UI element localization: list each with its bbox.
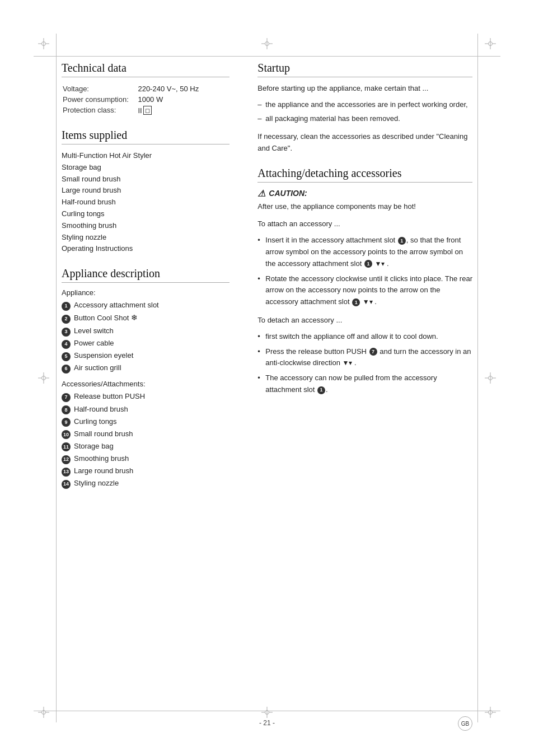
content-area: Technical data Voltage:220-240 V~, 50 Hz… [62, 62, 472, 706]
list-item: Styling nozzle [62, 232, 229, 244]
tech-value: 1000 W [138, 95, 228, 104]
item-text: Power cable [74, 337, 114, 349]
bottom-margin-line [34, 711, 500, 711]
number-circle: 13 [62, 468, 71, 477]
tech-row: Power consumption:1000 W [63, 95, 228, 104]
page-number: - 21 - [259, 719, 275, 727]
item-text: Smoothing brush [74, 452, 129, 465]
number-circle: 1 [62, 302, 71, 311]
arrow-symbol2: ▼▾ [363, 298, 373, 306]
tech-label: Protection class: [63, 105, 137, 115]
detach-bullet-item: The accessory can now be pulled from the… [257, 372, 472, 396]
arrow-symbol3: ▼▾ [343, 359, 353, 367]
reg-mark-top-center [261, 38, 273, 49]
reg-mark-top-left [38, 38, 49, 49]
item-text: Accessory attachment slot [74, 299, 159, 311]
tech-label: Power consumption: [63, 95, 137, 104]
numbered-list-item: 12 Smoothing brush [62, 452, 229, 465]
left-column: Technical data Voltage:220-240 V~, 50 Hz… [62, 62, 246, 706]
attach-bullet-item: Insert it in the accessory attachment sl… [257, 235, 472, 269]
detach-text: Press the release button PUSH 7 and turn… [265, 347, 471, 367]
attach-bullet-list: Insert it in the accessory attachment sl… [257, 235, 472, 308]
item-text: Half-round brush [74, 403, 128, 416]
bullet-item: all packaging material has been removed. [257, 113, 472, 125]
technical-data-title: Technical data [62, 62, 229, 77]
numbered-list-item: 2 Button Cool Shot ❄ [62, 311, 229, 325]
list-item: Multi-Function Hot Air Styler [62, 150, 229, 162]
item-text: Curling tongs [74, 416, 117, 428]
inline-number: 1 [352, 298, 360, 306]
inline-number: 1 [317, 386, 325, 394]
caution-text: After use, the appliance components may … [257, 201, 472, 212]
caution-triangle-icon: ⚠ [257, 188, 265, 199]
appliance-list: 1 Accessory attachment slot2 Button Cool… [62, 299, 229, 374]
item-text: Styling nozzle [74, 477, 119, 489]
attach-text: Insert it in the accessory attachment sl… [265, 236, 463, 268]
attach-text: Rotate the accessory clockwise until it … [265, 274, 472, 306]
appliance-label: Appliance: [62, 288, 229, 297]
number-circle: 12 [62, 455, 71, 464]
item-text: Large round brush [74, 465, 133, 477]
number-circle: 9 [62, 418, 71, 427]
number-circle: 14 [62, 480, 71, 489]
accessories-label: Accessories/Attachments: [62, 380, 229, 388]
numbered-list-item: 8 Half-round brush [62, 403, 229, 416]
numbered-list-item: 9 Curling tongs [62, 416, 229, 428]
detach-text: The accessory can now be pulled from the… [265, 374, 437, 394]
tech-row: Voltage:220-240 V~, 50 Hz [63, 84, 228, 94]
caution-title: ⚠ CAUTION: [257, 188, 472, 199]
numbered-list-item: 11 Storage bag [62, 440, 229, 452]
number-circle: 5 [62, 352, 71, 361]
item-text: Small round brush [74, 428, 133, 440]
reg-mark-right-center [485, 372, 496, 384]
list-item: Half-round brush [62, 197, 229, 208]
right-margin-line [477, 34, 478, 722]
list-item: Smoothing brush [62, 220, 229, 232]
numbered-list-item: 3 Level switch [62, 325, 229, 337]
caution-label: CAUTION: [269, 189, 307, 198]
reg-mark-bottom-center [261, 707, 273, 718]
inline-number: 1 [364, 260, 372, 268]
to-detach-label: To detach an accessory ... [257, 315, 472, 326]
item-text: Storage bag [74, 440, 114, 452]
items-supplied-title: Items supplied [62, 129, 229, 144]
tech-row: Protection class:II◻ [63, 105, 228, 115]
detach-bullet-list: first switch the appliance off and allow… [257, 331, 472, 396]
double-insulated-symbol: ◻ [143, 106, 152, 115]
technical-data-section: Technical data Voltage:220-240 V~, 50 Hz… [62, 62, 229, 116]
detach-bullet-item: Press the release button PUSH 7 and turn… [257, 346, 472, 370]
attach-bullet-item: Rotate the accessory clockwise until it … [257, 273, 472, 308]
startup-section: Startup Before starting up the appliance… [257, 62, 472, 155]
attaching-title: Attaching/detaching accessories [257, 167, 472, 183]
appliance-description-title: Appliance description [62, 267, 229, 283]
attaching-section: Attaching/detaching accessories ⚠ CAUTIO… [257, 167, 472, 396]
page-footer: - 21 - [0, 719, 534, 727]
startup-bullet-list: the appliance and the accessories are in… [257, 99, 472, 125]
inline-number: 1 [398, 237, 406, 245]
list-item: Storage bag [62, 162, 229, 174]
left-margin-line [56, 34, 57, 722]
list-item: Large round brush [62, 185, 229, 197]
country-badge: GB [458, 716, 472, 731]
tech-label: Voltage: [63, 84, 137, 94]
numbered-list-item: 4 Power cable [62, 337, 229, 349]
appliance-description-section: Appliance description Appliance: 1 Acces… [62, 267, 229, 489]
startup-title: Startup [257, 62, 472, 77]
numbered-list-item: 14 Styling nozzle [62, 477, 229, 489]
top-margin-line [34, 56, 500, 57]
item-text: Level switch [74, 325, 114, 337]
number-circle: 6 [62, 365, 71, 374]
reg-mark-bottom-right [485, 707, 496, 718]
right-column: Startup Before starting up the appliance… [246, 62, 472, 706]
items-supplied-section: Items supplied Multi-Function Hot Air St… [62, 129, 229, 255]
number-circle: 7 [62, 393, 71, 402]
arrow-symbol: ▼▾ [375, 260, 385, 268]
page: Technical data Voltage:220-240 V~, 50 Hz… [0, 0, 534, 756]
detach-text: first switch the appliance off and allow… [265, 332, 438, 340]
number-circle: 8 [62, 405, 71, 414]
list-item: Small round brush [62, 174, 229, 185]
item-text: Air suction grill [74, 362, 121, 374]
number-circle: 2 [62, 315, 71, 324]
reg-mark-top-right [485, 38, 496, 49]
numbered-list-item: 10 Small round brush [62, 428, 229, 440]
